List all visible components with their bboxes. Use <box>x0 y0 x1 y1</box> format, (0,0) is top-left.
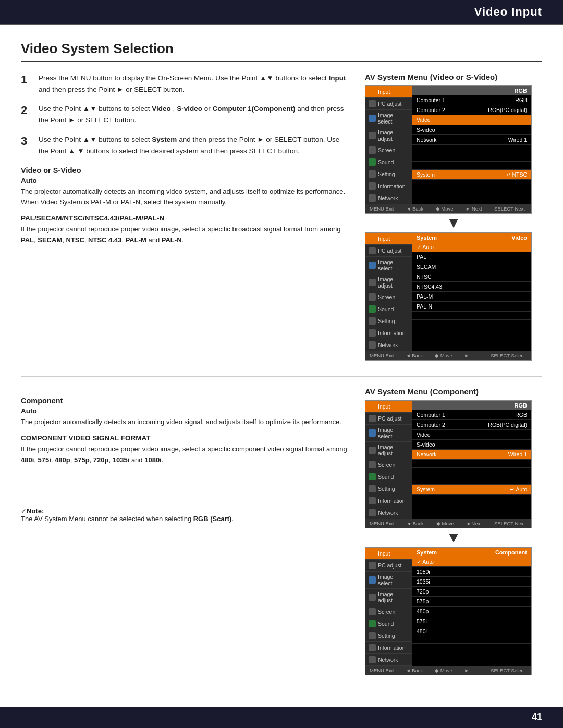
osd-system-empty <box>412 312 531 320</box>
osd-component-menu1: Input PC adjust Image select <box>365 400 532 528</box>
osd-video-menu1: Input PC adjust Image select <box>365 85 532 214</box>
screen-icon <box>369 146 376 154</box>
arrow-down-2: ▼ <box>365 530 542 545</box>
osd-sidebar-image-adjust: Image adjust <box>365 127 412 144</box>
page-footer: 41 <box>0 707 563 728</box>
input-icon-2 <box>369 235 376 242</box>
osd-row-comp2: Computer 2RGB(PC digital) <box>412 105 531 115</box>
comp-imgadj-icon <box>369 447 376 454</box>
osd-footer-1: MENU Exit◄ Back◆ Move► NextSELECT Next <box>365 204 531 213</box>
osd-comp-r6 <box>412 460 531 468</box>
sound-icon-2 <box>369 305 376 313</box>
osd-comp-content1: RGB Computer 1RGB Computer 2RGB(PC digit… <box>412 401 531 519</box>
osd-comp-screen: Screen <box>365 459 412 471</box>
input-icon <box>369 88 376 95</box>
comp-setting-icon <box>369 485 376 492</box>
osd-footer-comp1: MENU Exit◄ Back◆ Move►NextSELECT Next <box>365 519 531 528</box>
osd-sidebar-sound: Sound <box>365 156 412 168</box>
osd-comp2-sound: Sound <box>365 618 412 630</box>
component-text: If the projector cannot reproduce proper… <box>21 444 349 466</box>
osd-sidebar-info-2: Information <box>365 327 412 339</box>
step-3-text: Use the Point ▲▼ buttons to select Syste… <box>39 134 349 156</box>
osd-comp-system-col: SystemComponent ✓ Auto 1080i 1035i 720p … <box>412 548 531 666</box>
osd-sidebar-sound-2: Sound <box>365 303 412 315</box>
osd-comp-system-row: System↵ Auto <box>412 485 531 495</box>
arrow-down-1: ▼ <box>365 216 542 230</box>
av-menu-video-section: AV System Menu (Video or S-Video) Input … <box>365 72 542 361</box>
osd-comp-r2: Computer 2RGB(PC digital) <box>412 420 531 430</box>
step-1-text: Press the MENU button to display the On-… <box>39 72 349 95</box>
osd-comp-r4: S-video <box>412 440 531 450</box>
comp2-imgadj-icon <box>369 594 376 601</box>
osd-system-ntsc443: NTSC4.43 <box>412 282 531 292</box>
osd-header-1: RGB <box>412 86 531 95</box>
comp2-screen-icon <box>369 608 376 615</box>
pal-text: If the projector cannot reproduce proper… <box>21 224 349 246</box>
osd-sidebar-screen: Screen <box>365 144 412 156</box>
osd-video-menu2: Input PC adjust Image select <box>365 232 532 361</box>
osd-sidebar-network: Network <box>365 192 412 204</box>
osd-system-palm: PAL-M <box>412 292 531 302</box>
comp2-pc-icon <box>369 562 376 569</box>
osd-sidebar-pc-adjust: PC adjust <box>365 98 412 110</box>
osd-comp-sound: Sound <box>365 471 412 483</box>
osd-row-empty2 <box>412 153 531 162</box>
pal-heading: PAL/SECAM/NTSC/NTSC4.43/PAL-M/PAL-N <box>21 214 349 222</box>
osd-system-paln: PAL-N <box>412 302 531 312</box>
osd-sidebar-input: Input <box>365 86 412 98</box>
note-text: The AV System Menu cannot be selected wh… <box>21 515 234 523</box>
osd-footer-2: MENU Exit◄ Back◆ Move► -----SELECT Selec… <box>365 351 531 360</box>
osd-component-menu2: Input PC adjust Image select <box>365 547 532 675</box>
osd-comp2-imgadj: Image adjust <box>365 589 412 606</box>
osd-sidebar-imgsel-2: Image select <box>365 257 412 274</box>
osd-comp2-setting: Setting <box>365 630 412 642</box>
note-label: Note: <box>27 507 44 515</box>
osd-footer-comp2: MENU Exit◄ Back◆ Move► -----SELECT Selec… <box>365 666 531 675</box>
component-heading: COMPONENT VIDEO SIGNAL FORMAT <box>21 434 349 442</box>
osd-sidebar-input-2: Input <box>365 233 412 245</box>
auto-label-2: Auto <box>21 407 349 415</box>
comp-input-icon <box>369 403 376 410</box>
osd-sidebar-information: Information <box>365 180 412 192</box>
step-2-num: 2 <box>21 103 32 118</box>
osd-row-empty1 <box>412 145 531 153</box>
osd-comp-net: Network <box>365 507 412 519</box>
osd-system-content: SystemVideo ✓ Auto PAL SECAM NTSC NTSC4.… <box>412 233 531 351</box>
checkmark-icon: ✓ <box>21 507 27 515</box>
comp2-net-icon <box>369 656 376 663</box>
left-column-bottom: Component Auto The projector automatical… <box>21 387 349 681</box>
osd-comp-1035i: 1035i <box>412 577 531 587</box>
comp2-setting-icon <box>369 632 376 639</box>
section-divider <box>21 376 542 377</box>
osd-comp-header1: RGB <box>412 401 531 410</box>
osd-comp2-imgsel: Image select <box>365 572 412 589</box>
comp2-input-icon <box>369 550 376 557</box>
comp-pc-icon <box>369 415 376 422</box>
info-icon <box>369 182 376 190</box>
osd-comp2-pc: PC adjust <box>365 560 412 572</box>
osd-comp-sys-header: SystemComponent <box>412 548 531 557</box>
osd-comp-r5: NetworkWired 1 <box>412 450 531 460</box>
header-title: Video Input <box>474 5 542 18</box>
osd-comp-pc: PC adjust <box>365 413 412 425</box>
image-select-icon <box>369 115 376 122</box>
step-3: 3 Use the Point ▲▼ buttons to select Sys… <box>21 134 349 156</box>
osd-comp-r7 <box>412 468 531 476</box>
screen-icon-2 <box>369 293 376 301</box>
osd-comp-r8 <box>412 476 531 485</box>
osd-sidebar-setting-2: Setting <box>365 315 412 327</box>
av-menu-component-section: AV System Menu (Component) Input PC adju… <box>365 387 542 675</box>
step-1-num: 1 <box>21 72 32 88</box>
osd-system-ntsc: NTSC <box>412 272 531 282</box>
network-icon <box>369 194 376 202</box>
auto-text-1: The projector automatically detects an i… <box>21 187 349 208</box>
step-2: 2 Use the Point ▲▼ buttons to select Vid… <box>21 103 349 126</box>
comp-sound-icon <box>369 473 376 480</box>
osd-comp-r1: Computer 1RGB <box>412 410 531 420</box>
osd-sidebar-1: Input PC adjust Image select <box>365 86 412 204</box>
net-icon-2 <box>369 341 376 349</box>
comp2-info-icon <box>369 644 376 651</box>
osd-comp2-net: Network <box>365 654 412 666</box>
osd-system-empty2 <box>412 320 531 328</box>
osd-comp2-info: Information <box>365 642 412 654</box>
